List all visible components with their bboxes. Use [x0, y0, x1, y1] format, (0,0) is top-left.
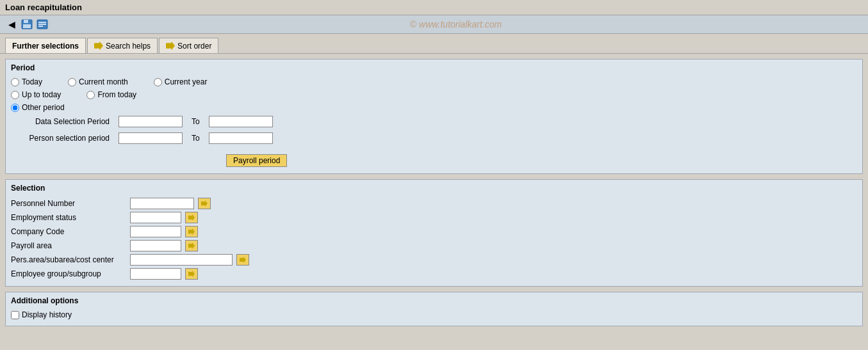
employee-group-row: Employee group/subgroup [11, 268, 857, 280]
radio-today-input[interactable] [11, 78, 19, 86]
tab-sort-order[interactable]: Sort order [159, 38, 218, 53]
back-icon[interactable]: ◀ [5, 18, 18, 31]
person-selection-period-label: Person selection period [11, 134, 113, 143]
selection-section-header: Selection [11, 184, 857, 193]
toolbar: ◀ © www.tutorialkart.com [0, 15, 868, 34]
pers-area-row: Pers.area/subarea/cost center [11, 254, 857, 266]
pers-area-arrow-icon [240, 257, 246, 263]
toolbar-icons: ◀ [5, 18, 49, 31]
employee-group-label: Employee group/subgroup [11, 269, 126, 278]
radio-from-today-input[interactable] [86, 91, 95, 99]
radio-current-year-label: Current year [165, 77, 208, 86]
display-history-checkbox-label[interactable]: Display history [11, 310, 857, 319]
data-selection-period-input[interactable] [119, 116, 183, 127]
radio-other-period-input[interactable] [11, 104, 19, 112]
personnel-number-label: Personnel Number [11, 199, 126, 208]
payroll-area-label: Payroll area [11, 241, 126, 250]
pers-area-input[interactable] [130, 254, 233, 266]
payroll-period-row: Payroll period [11, 152, 857, 167]
radio-today-label: Today [22, 77, 42, 86]
main-content: Period Today Current month Current year [0, 54, 868, 331]
tab-search-helps-label: Search helps [106, 42, 151, 51]
data-selection-to-label: To [188, 117, 204, 126]
employment-status-arrow-btn[interactable] [185, 212, 198, 223]
employment-status-row: Employment status [11, 212, 857, 223]
period-row-1: Today Current month Current year [11, 77, 857, 86]
person-selection-period-input[interactable] [119, 132, 183, 144]
data-selection-period-label: Data Selection Period [11, 117, 113, 126]
find-icon[interactable] [36, 18, 49, 31]
payroll-area-row: Payroll area [11, 240, 857, 251]
employment-status-input[interactable] [130, 212, 181, 223]
payroll-period-button[interactable]: Payroll period [226, 154, 287, 167]
radio-current-year-input[interactable] [154, 78, 162, 86]
payroll-area-arrow-btn[interactable] [185, 240, 198, 251]
company-code-input[interactable] [130, 226, 181, 237]
period-grid: Today Current month Current year Up to t… [11, 77, 857, 167]
radio-current-year[interactable]: Current year [154, 77, 208, 86]
display-history-checkbox[interactable] [11, 311, 19, 319]
tab-further-selections-label: Further selections [12, 42, 79, 51]
person-selection-period-row: Person selection period To [11, 132, 857, 144]
data-selection-period-to-input[interactable] [209, 116, 273, 127]
personnel-number-row: Personnel Number [11, 198, 857, 209]
period-row-2: Up to today From today [11, 90, 857, 99]
radio-today[interactable]: Today [11, 77, 42, 86]
company-code-label: Company Code [11, 227, 126, 236]
employee-group-arrow-btn[interactable] [185, 268, 198, 280]
period-row-3: Other period [11, 103, 857, 112]
person-selection-period-to-input[interactable] [209, 132, 273, 144]
radio-other-period[interactable]: Other period [11, 103, 65, 112]
tab-sort-order-arrow-icon [166, 42, 175, 51]
radio-current-month[interactable]: Current month [68, 77, 128, 86]
radio-up-to-today-input[interactable] [11, 91, 19, 99]
radio-current-month-label: Current month [79, 77, 128, 86]
additional-options-section: Additional options Display history [5, 292, 863, 326]
radio-current-month-input[interactable] [68, 78, 76, 86]
pers-area-arrow-btn[interactable] [236, 254, 249, 266]
svg-rect-1 [24, 20, 28, 23]
employment-status-label: Employment status [11, 213, 126, 222]
title-bar: Loan recapitulation [0, 0, 868, 15]
period-section-header: Period [11, 63, 857, 72]
radio-from-today[interactable]: From today [86, 90, 136, 99]
employee-group-arrow-icon [188, 271, 195, 277]
tab-bar: Further selections Search helps Sort ord… [0, 34, 868, 54]
tab-search-helps[interactable]: Search helps [87, 38, 158, 53]
employment-status-arrow-icon [188, 214, 195, 221]
radio-up-to-today-label: Up to today [22, 90, 61, 99]
selection-grid: Personnel Number Employment status Compa… [11, 198, 857, 280]
period-section: Period Today Current month Current year [5, 59, 863, 174]
company-code-arrow-btn[interactable] [185, 226, 198, 237]
radio-from-today-label: From today [97, 90, 136, 99]
page-title: Loan recapitulation [5, 3, 82, 12]
personnel-number-arrow-icon [201, 200, 208, 207]
watermark: © www.tutorialkart.com [49, 19, 863, 29]
personnel-number-input[interactable] [130, 198, 194, 209]
personnel-number-arrow-btn[interactable] [198, 198, 211, 209]
employee-group-input[interactable] [130, 268, 181, 280]
person-selection-to-label: To [188, 134, 204, 143]
data-selection-period-row: Data Selection Period To [11, 116, 857, 127]
selection-section: Selection Personnel Number Employment st… [5, 179, 863, 287]
display-history-label: Display history [22, 310, 72, 319]
svg-rect-2 [23, 24, 31, 28]
pers-area-label: Pers.area/subarea/cost center [11, 255, 126, 264]
radio-up-to-today[interactable]: Up to today [11, 90, 61, 99]
company-code-arrow-icon [188, 228, 195, 235]
payroll-area-arrow-icon [188, 243, 195, 249]
additional-options-header: Additional options [11, 296, 857, 305]
tab-sort-order-label: Sort order [177, 42, 211, 51]
tab-search-helps-arrow-icon [94, 42, 103, 51]
save-icon[interactable] [20, 18, 33, 31]
company-code-row: Company Code [11, 226, 857, 237]
payroll-area-input[interactable] [130, 240, 181, 251]
tab-further-selections[interactable]: Further selections [5, 38, 86, 53]
radio-other-period-label: Other period [22, 103, 65, 112]
